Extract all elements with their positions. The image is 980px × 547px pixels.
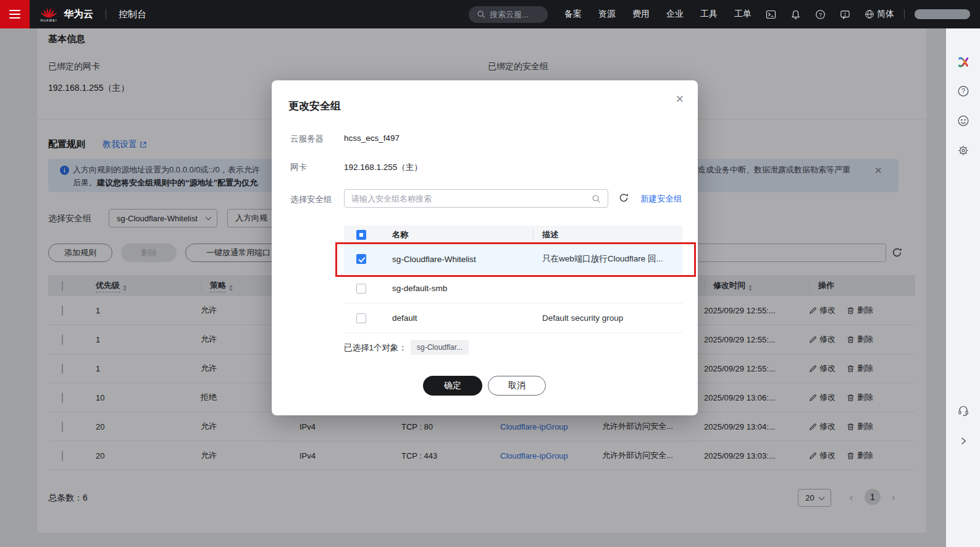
topbar-divider — [106, 9, 106, 19]
assistant-ribbon-icon[interactable] — [957, 56, 970, 69]
cancel-button[interactable]: 取消 — [488, 376, 546, 396]
nav-item-enterprise[interactable]: 企业 — [666, 9, 684, 20]
top-navbar: HUAWEI 华为云 控制台 备案 资源 费用 企业 工具 工单 ? — [0, 0, 980, 28]
huawei-logo: HUAWEI — [40, 6, 58, 22]
selected-sg-tag[interactable]: sg-Cloudflar... — [411, 340, 469, 355]
settings-gear-icon[interactable] — [957, 145, 969, 156]
row-checkbox[interactable] — [356, 254, 366, 264]
row-checkbox[interactable] — [356, 313, 366, 323]
refresh-icon[interactable] — [618, 192, 629, 203]
utility-sidebar: ? — [946, 28, 980, 547]
help-icon[interactable]: ? — [815, 9, 826, 20]
nav-item-resources[interactable]: 资源 — [598, 9, 616, 20]
nav-item-tickets[interactable]: 工单 — [734, 9, 752, 20]
account-name-redacted[interactable] — [915, 9, 970, 19]
nav-item-beian[interactable]: 备案 — [564, 9, 582, 20]
svg-text:?: ? — [961, 87, 965, 95]
brand[interactable]: HUAWEI 华为云 — [40, 6, 93, 22]
search-input[interactable] — [490, 10, 543, 19]
cli-terminal-icon[interactable] — [766, 9, 776, 20]
select-sg-label: 选择安全组 — [290, 194, 332, 205]
nav-item-tools[interactable]: 工具 — [700, 9, 718, 20]
hamburger-menu-icon[interactable] — [0, 0, 30, 28]
row-checkbox[interactable] — [356, 284, 366, 294]
sg-row-selected[interactable]: sg-Cloudflare-Whitelist 只在web端口放行Cloudfl… — [344, 244, 682, 274]
change-security-group-dialog: 更改安全组 ✕ 云服务器 hcss_ecs_f497 网卡 192.168.1.… — [272, 80, 698, 415]
support-headset-icon[interactable] — [957, 404, 970, 417]
brand-sub-label: HUAWEI — [40, 19, 57, 22]
language-label: 简体 — [877, 9, 894, 20]
sg-list-header: 名称 描述 — [344, 226, 682, 244]
feedback-smiley-icon[interactable] — [957, 115, 969, 127]
brand-name: 华为云 — [64, 8, 93, 21]
server-value: hcss_ecs_f497 — [344, 134, 400, 143]
new-security-group-link[interactable]: 新建安全组 — [640, 193, 682, 205]
svg-text:?: ? — [819, 11, 822, 17]
security-group-list: 名称 描述 sg-Cloudflare-Whitelist 只在web端口放行C… — [344, 226, 682, 333]
language-switcher[interactable]: 简体 — [865, 9, 894, 20]
confirm-button[interactable]: 确定 — [423, 376, 482, 396]
server-label: 云服务器 — [290, 134, 324, 145]
nav-item-billing[interactable]: 费用 — [632, 9, 650, 20]
selected-count-label: 已选择1个对象： — [344, 342, 407, 354]
dialog-title: 更改安全组 — [288, 99, 341, 113]
language-globe-icon — [865, 9, 874, 19]
dialog-close-icon[interactable]: ✕ — [676, 93, 684, 106]
topbar-search[interactable] — [469, 6, 548, 23]
nic-value: 192.168.1.255（主） — [344, 162, 422, 173]
search-icon — [477, 10, 485, 19]
help-circle-icon[interactable]: ? — [957, 85, 969, 97]
sg-row[interactable]: default Default security group — [344, 303, 682, 333]
collapse-panel-chevron-icon[interactable] — [958, 436, 968, 446]
select-all-checkbox[interactable] — [356, 230, 366, 240]
sg-search-input[interactable] — [344, 189, 608, 208]
search-icon[interactable] — [592, 194, 601, 203]
feedback-icon[interactable] — [840, 9, 850, 20]
notifications-bell-icon[interactable] — [790, 9, 801, 20]
topbar-divider — [904, 9, 905, 19]
nic-label: 网卡 — [290, 162, 307, 173]
console-link[interactable]: 控制台 — [119, 9, 146, 20]
sg-row[interactable]: sg-default-smb — [344, 274, 682, 303]
